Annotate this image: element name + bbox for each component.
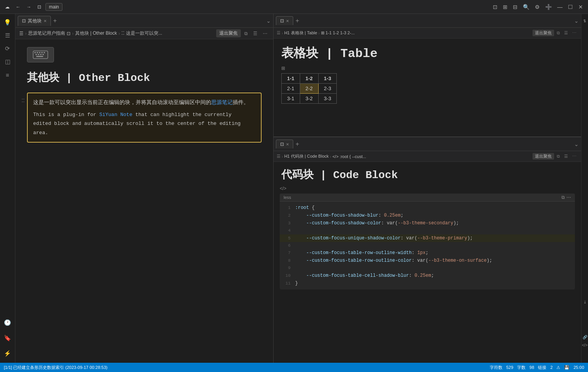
code-more-button[interactable]: ⋯ xyxy=(566,195,571,200)
right-top-bc-actions: 退出聚焦 ⧉ ☰ ⋯ xyxy=(533,30,578,36)
right-sidebar-icon1[interactable]: ⇄ xyxy=(583,19,587,22)
breadcrumb-doc-icon: ☰ xyxy=(19,31,24,36)
maximize-button[interactable]: ☐ xyxy=(566,3,575,11)
right-bottom-doc-button[interactable]: ☰ xyxy=(563,153,570,160)
table-header-1-2[interactable]: 1-2 xyxy=(300,74,318,84)
right-bottom-copy-button[interactable]: ⧉ xyxy=(555,153,561,160)
lang-label: less xyxy=(284,195,291,200)
tab-bar-dropdown[interactable]: ⌄ xyxy=(266,18,271,24)
right-bottom-more-button[interactable]: ⋯ xyxy=(571,153,578,160)
word-count-label: 字数 xyxy=(517,365,526,370)
sidebar-item-list[interactable]: ≡ xyxy=(2,69,13,80)
close-button[interactable]: ✕ xyxy=(576,3,585,11)
cloud-button[interactable]: ☁ xyxy=(3,3,12,10)
en-link[interactable]: SiYuan Note xyxy=(99,112,133,118)
breadcrumb-actions: 退出聚焦 ⧉ ☰ ⋯ xyxy=(216,29,269,37)
right-sidebar-icon3[interactable]: 🔗 xyxy=(583,335,587,339)
table-cell-2-3[interactable]: 2-3 xyxy=(318,84,337,94)
right-bottom-tab[interactable]: ⊡ ✕ xyxy=(276,140,293,148)
right-bottom-exit-focus[interactable]: 退出聚焦 xyxy=(533,153,554,160)
tab-bar-right: ⌄ xyxy=(266,18,271,24)
code-doc-title: 代码块 | Code Block xyxy=(274,162,581,186)
right-top-tab[interactable]: ⊡ ✕ xyxy=(276,16,293,25)
add-button[interactable]: ➕ xyxy=(543,3,554,11)
table-cell-2-2[interactable]: 2-2 xyxy=(300,84,318,94)
table-header-1-1[interactable]: 1-1 xyxy=(282,74,300,84)
right-top-tab-dropdown[interactable]: ⌄ xyxy=(574,18,579,24)
doc-action-button[interactable]: ☰ xyxy=(251,29,259,37)
top-bar: ☁ ← → ⊡ main ⊡ ⊞ ⊟ 🔍 ⚙ ➕ — ☐ ✕ xyxy=(0,0,588,14)
right-bottom-tab-close[interactable]: ✕ xyxy=(286,142,289,146)
breadcrumb-block-ref[interactable]: ⁚⁚ 这是一款可以突... xyxy=(121,30,162,37)
main-layout: 💡 ☰ ⟳ ◫ ≡ 🕐 🔖 ⚡ ⊡ 其他块 ✕ + ⌄ xyxy=(0,14,588,363)
exit-focus-button[interactable]: 退出聚焦 xyxy=(216,29,241,37)
status-message: [1/1] 已经建立条形历史数据索引 (2023-09-17 00:28:53) xyxy=(4,365,108,370)
sidebar-item-layers[interactable]: ◫ xyxy=(2,56,13,67)
char-count-value: 529 xyxy=(506,365,513,370)
add-tab-button[interactable]: + xyxy=(51,17,59,24)
copy-code-button[interactable]: ⧉ xyxy=(561,195,565,200)
right-top-bc-table-ref[interactable]: ⊞ 1-1 1-2 1-3 2-... xyxy=(321,30,355,35)
sidebar-item-history[interactable]: 🕐 xyxy=(2,317,13,328)
left-editor[interactable]: 其他块 | Other Block ⁚⁚ 这是一款可以突出显示当前正在编辑的块，… xyxy=(15,39,273,363)
right-bottom-add-tab[interactable]: + xyxy=(293,141,301,148)
top-bar-right: ⊡ ⊞ ⊟ 🔍 ⚙ ➕ — ☐ ✕ xyxy=(491,3,585,11)
breadcrumb-guide[interactable]: 思源笔记用户指南 xyxy=(28,30,65,37)
right-top-bc-h1[interactable]: H1 表格块 | Table xyxy=(284,30,317,36)
focused-block[interactable]: ⁚⁚ 这是一款可以突出显示当前正在编辑的块，并将其自动滚动至编辑区中间的思源笔记… xyxy=(27,93,262,143)
status-bar: [1/1] 已经建立条形历史数据索引 (2023-09-17 00:28:53)… xyxy=(0,363,588,372)
tab-close-button[interactable]: ✕ xyxy=(44,19,47,23)
right-bottom-bc-code-ref[interactable]: </> :root { --cust... xyxy=(333,154,366,159)
code-line-6: 6 xyxy=(280,242,575,249)
left-tab-bar: ⊡ 其他块 ✕ + ⌄ xyxy=(15,14,273,28)
cn-link[interactable]: 思源笔记 xyxy=(211,99,233,105)
right-top-add-tab[interactable]: + xyxy=(293,17,301,24)
layout-button[interactable]: ⊟ xyxy=(511,3,519,11)
sidebar-item-doc[interactable]: ☰ xyxy=(2,30,13,41)
block-handle[interactable]: ⁚⁚ xyxy=(22,98,25,103)
left-tab-other-block[interactable]: ⊡ 其他块 ✕ xyxy=(18,16,51,26)
code-block-actions: ⧉ ⋯ xyxy=(561,195,571,200)
copy-breadcrumb-button[interactable]: ⧉ xyxy=(242,29,250,37)
code-line-2: 2 --custom-focus-shadow-blur: 0.25em; xyxy=(280,212,575,219)
right-top-tab-close[interactable]: ✕ xyxy=(286,19,289,23)
right-top-panel: ⊡ ✕ + ⌄ ☰ › H1 表格块 | Table › ⊞ 1-1 1-2 1… xyxy=(274,14,581,137)
table-header-1-3[interactable]: 1-3 xyxy=(318,74,337,84)
save-button[interactable]: ⊡ xyxy=(35,3,43,10)
code-line-9: 9 xyxy=(280,264,575,272)
right-sidebar-icon2[interactable]: ⤓ xyxy=(583,300,586,304)
search-button[interactable]: 🔍 xyxy=(521,3,531,11)
split-view-button[interactable]: ⊡ xyxy=(491,3,499,11)
settings-button[interactable]: ⚙ xyxy=(533,3,542,11)
right-bottom-bc-h1[interactable]: H1 代码块 | Code Block xyxy=(284,153,329,159)
sidebar-item-plugin[interactable]: ⚡ xyxy=(2,348,13,359)
right-top-editor[interactable]: 表格块 | Table ⊞ 1-1 1-2 1-3 xyxy=(274,39,581,136)
minimize-button[interactable]: — xyxy=(555,3,564,11)
doc-table: 1-1 1-2 1-3 2-1 2-2 2-3 xyxy=(281,73,337,104)
sidebar-item-bulb[interactable]: 💡 xyxy=(2,17,13,28)
sidebar-item-bookmark[interactable]: 🔖 xyxy=(2,333,13,343)
table-cell-3-1[interactable]: 3-1 xyxy=(282,94,300,104)
breadcrumb-other-block[interactable]: 其他块 | Other Block xyxy=(75,30,117,37)
more-breadcrumb-button[interactable]: ⋯ xyxy=(261,29,269,37)
right-top-doc-button[interactable]: ☰ xyxy=(563,30,570,36)
back-button[interactable]: ← xyxy=(14,3,22,10)
sidebar-item-sync[interactable]: ⟳ xyxy=(2,43,13,54)
grid-button[interactable]: ⊞ xyxy=(501,3,509,11)
right-bottom-tab-dropdown[interactable]: ⌄ xyxy=(574,141,579,147)
right-top-copy-button[interactable]: ⧉ xyxy=(555,30,561,36)
svg-rect-1 xyxy=(34,52,36,53)
code-block-bottom-icon[interactable]: </> xyxy=(582,343,587,347)
table-cell-3-3[interactable]: 3-3 xyxy=(318,94,337,104)
table-cell-3-2[interactable]: 3-2 xyxy=(300,94,318,104)
workspace-title[interactable]: main xyxy=(45,3,62,11)
table-cell-2-1[interactable]: 2-1 xyxy=(282,84,300,94)
right-bottom-editor[interactable]: 代码块 | Code Block </> less ⧉ ⋯ xyxy=(274,162,581,363)
right-top-exit-focus[interactable]: 退出聚焦 xyxy=(533,30,554,36)
code-line-11: 11 } xyxy=(280,279,575,287)
forward-button[interactable]: → xyxy=(25,3,33,10)
left-sidebar: 💡 ☰ ⟳ ◫ ≡ 🕐 🔖 ⚡ xyxy=(0,14,15,363)
svg-rect-5 xyxy=(44,52,45,53)
status-bar-left: [1/1] 已经建立条形历史数据索引 (2023-09-17 00:28:53) xyxy=(4,365,108,370)
right-top-more-button[interactable]: ⋯ xyxy=(571,30,578,36)
